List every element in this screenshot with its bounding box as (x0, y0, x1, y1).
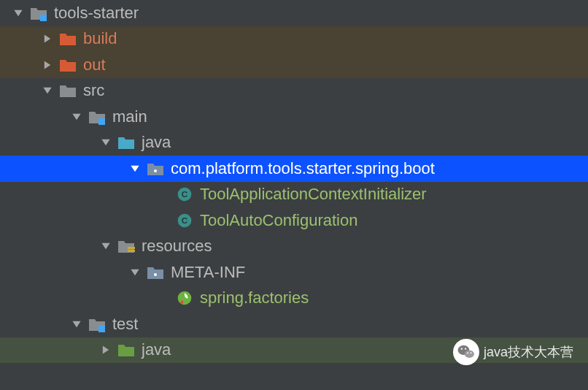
excluded-folder-icon (58, 29, 77, 48)
module-folder-icon (88, 315, 107, 334)
expand-arrow-icon[interactable] (127, 264, 143, 280)
tree-row-class2[interactable]: C ToolAutoConfiguration (0, 207, 588, 234)
module-folder-icon (29, 4, 48, 23)
tree-row-out[interactable]: out (0, 52, 588, 78)
tree-label: META-INF (171, 263, 245, 282)
tree-row-root[interactable]: tools-starter (0, 0, 588, 26)
tree-row-package[interactable]: com.platform.tools.starter.spring.boot (0, 156, 588, 182)
svg-rect-12 (98, 326, 105, 332)
tree-label: ToolApplicationContextInitializer (200, 185, 427, 204)
tree-row-resources[interactable]: resources (0, 234, 588, 260)
tree-label: build (83, 29, 117, 48)
resources-folder-icon (117, 237, 136, 256)
class-icon: C (175, 211, 194, 230)
tree-label: src (83, 81, 104, 100)
package-icon (146, 263, 165, 282)
tree-label: resources (142, 237, 212, 256)
excluded-folder-icon (58, 56, 77, 74)
svg-rect-7 (128, 247, 135, 249)
svg-point-2 (154, 169, 157, 172)
svg-text:C: C (182, 215, 188, 226)
svg-text:C: C (182, 189, 188, 199)
svg-point-16 (465, 348, 466, 349)
tree-label: java (142, 133, 171, 152)
tree-row-metainf[interactable]: META-INF (0, 259, 588, 286)
tree-row-factories[interactable]: spring.factories (0, 286, 588, 312)
svg-point-18 (471, 352, 472, 353)
svg-point-14 (465, 350, 474, 358)
expand-arrow-icon[interactable] (98, 238, 114, 254)
tree-label: main (112, 107, 147, 126)
test-source-folder-icon (117, 340, 136, 359)
collapsed-arrow-icon[interactable] (98, 342, 114, 358)
watermark: java技术大本营 (453, 339, 573, 365)
tree-label: tools-starter (54, 4, 139, 23)
svg-rect-1 (98, 118, 105, 125)
svg-point-9 (154, 273, 157, 276)
tree-row-src[interactable]: src (0, 78, 588, 104)
tree-row-test[interactable]: test (0, 311, 588, 337)
folder-icon (58, 81, 77, 100)
source-folder-icon (117, 133, 136, 152)
spring-file-icon (175, 288, 194, 307)
tree-label: java (142, 340, 171, 359)
expand-arrow-icon[interactable] (69, 109, 85, 125)
expand-arrow-icon[interactable] (127, 161, 143, 177)
svg-rect-8 (128, 250, 135, 252)
tree-row-main[interactable]: main (0, 104, 588, 130)
svg-point-17 (467, 352, 468, 353)
tree-row-class1[interactable]: C ToolApplicationContextInitializer (0, 182, 588, 208)
module-folder-icon (88, 107, 107, 126)
tree-row-java-main[interactable]: java (0, 130, 588, 156)
watermark-text: java技术大本营 (484, 343, 573, 361)
tree-row-build[interactable]: build (0, 26, 588, 53)
package-icon (146, 159, 165, 178)
class-icon: C (175, 185, 194, 204)
collapsed-arrow-icon[interactable] (39, 31, 55, 47)
tree-label: com.platform.tools.starter.spring.boot (171, 159, 435, 178)
expand-arrow-icon[interactable] (10, 5, 26, 21)
expand-arrow-icon[interactable] (98, 134, 114, 150)
tree-label: spring.factories (200, 288, 309, 307)
wechat-icon (453, 339, 479, 365)
tree-label: test (112, 315, 138, 334)
tree-label: ToolAutoConfiguration (200, 211, 357, 230)
svg-point-15 (461, 348, 463, 349)
collapsed-arrow-icon[interactable] (39, 57, 55, 73)
tree-label: out (83, 56, 106, 74)
expand-arrow-icon[interactable] (39, 83, 55, 99)
expand-arrow-icon[interactable] (69, 316, 85, 332)
svg-rect-0 (40, 15, 47, 21)
